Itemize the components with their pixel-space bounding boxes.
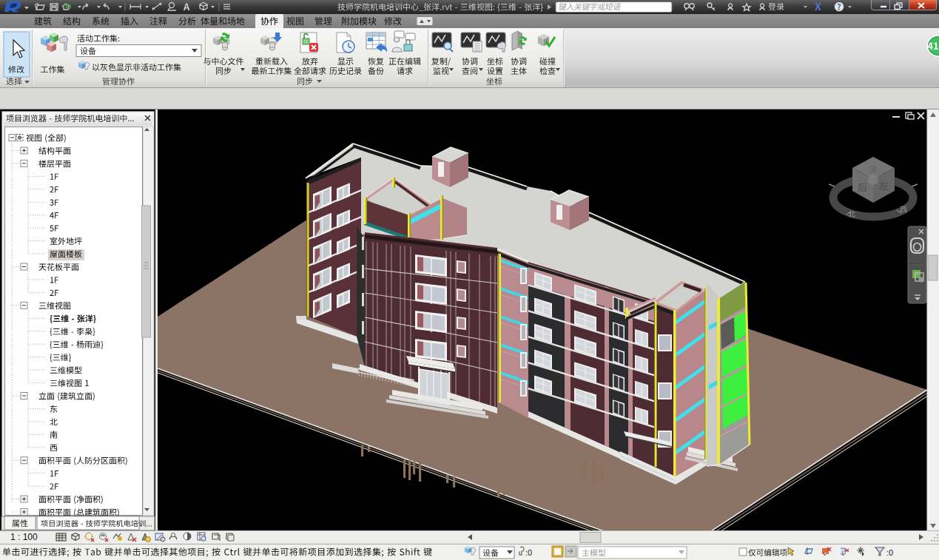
svg-text::0: :0 <box>525 548 532 557</box>
svg-text:1 : 100: 1 : 100 <box>10 532 38 542</box>
svg-text::0: :0 <box>886 548 893 557</box>
